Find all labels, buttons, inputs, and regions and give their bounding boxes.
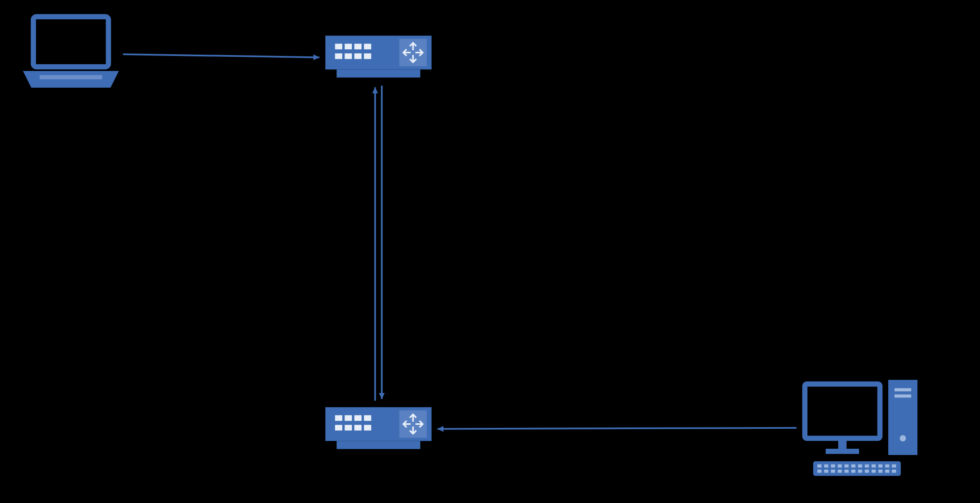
svg-rect-41	[878, 465, 882, 468]
svg-rect-8	[335, 53, 342, 59]
svg-rect-7	[364, 44, 371, 50]
svg-rect-51	[865, 470, 869, 473]
svg-rect-15	[335, 415, 342, 421]
svg-rect-38	[858, 465, 862, 468]
svg-line-59	[437, 428, 797, 429]
svg-rect-48	[844, 470, 849, 473]
svg-rect-18	[364, 415, 371, 421]
svg-rect-9	[345, 53, 352, 59]
svg-rect-16	[345, 415, 352, 421]
svg-rect-42	[885, 465, 890, 468]
svg-point-30	[900, 435, 906, 442]
svg-rect-47	[838, 470, 842, 473]
svg-rect-28	[895, 388, 911, 392]
svg-rect-4	[335, 44, 342, 50]
svg-rect-14	[337, 441, 420, 449]
pc-desktop-icon	[797, 376, 926, 480]
svg-rect-6	[354, 44, 362, 50]
svg-rect-0	[33, 17, 108, 67]
svg-rect-21	[354, 425, 362, 431]
svg-line-56	[123, 54, 319, 57]
svg-rect-43	[892, 465, 896, 468]
svg-rect-49	[851, 470, 855, 473]
svg-rect-10	[354, 53, 362, 59]
svg-rect-11	[364, 53, 371, 59]
svg-rect-45	[824, 470, 828, 473]
svg-rect-39	[865, 465, 869, 468]
svg-rect-50	[858, 470, 862, 473]
svg-rect-36	[844, 465, 849, 468]
svg-rect-37	[851, 465, 855, 468]
svg-rect-20	[345, 425, 352, 431]
svg-rect-19	[335, 425, 342, 431]
svg-rect-33	[824, 465, 828, 468]
laptop-laptop-icon	[19, 13, 123, 96]
svg-rect-44	[817, 470, 822, 473]
svg-rect-24	[805, 384, 880, 438]
svg-rect-1	[40, 75, 102, 79]
svg-rect-22	[364, 425, 371, 431]
svg-rect-34	[831, 465, 835, 468]
svg-rect-52	[872, 470, 876, 473]
svg-rect-3	[337, 69, 420, 77]
svg-rect-35	[838, 465, 842, 468]
svg-rect-53	[878, 470, 882, 473]
network-diagram	[0, 0, 980, 503]
svg-rect-31	[813, 461, 901, 476]
svg-rect-40	[872, 465, 876, 468]
svg-rect-17	[354, 415, 362, 421]
svg-rect-25	[838, 438, 847, 449]
svg-rect-55	[892, 470, 896, 473]
svg-rect-32	[817, 465, 822, 468]
switch2-switch-icon	[321, 401, 436, 457]
svg-rect-46	[831, 470, 835, 473]
svg-rect-54	[885, 470, 890, 473]
svg-rect-5	[345, 44, 352, 50]
svg-rect-29	[895, 394, 911, 398]
switch1-switch-icon	[321, 29, 436, 86]
svg-rect-26	[826, 449, 859, 454]
